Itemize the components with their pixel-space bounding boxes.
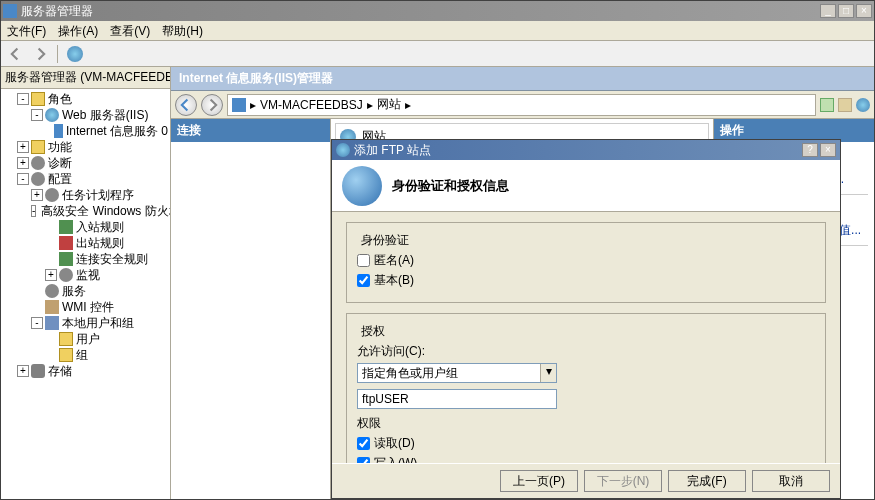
crumb-host[interactable]: VM-MACFEEDBSJ xyxy=(260,98,363,112)
tree-diagnostics[interactable]: +诊断 xyxy=(3,155,168,171)
iis-forward-button[interactable] xyxy=(201,94,223,116)
breadcrumb[interactable]: ▸ VM-MACFEEDBSJ ▸ 网站 ▸ xyxy=(227,94,816,116)
maximize-button[interactable]: □ xyxy=(838,4,854,18)
access-combobox[interactable]: 指定角色或用户组 ▾ xyxy=(357,363,557,383)
app-icon xyxy=(3,4,17,18)
minimize-button[interactable]: _ xyxy=(820,4,836,18)
dialog-help-button[interactable]: ? xyxy=(802,143,818,157)
server-icon xyxy=(232,98,246,112)
menu-action[interactable]: 操作(A) xyxy=(58,23,98,38)
iis-title: Internet 信息服务(IIS)管理器 xyxy=(171,67,874,91)
tree-features[interactable]: +功能 xyxy=(3,139,168,155)
tree-outbound-rules[interactable]: 出站规则 xyxy=(3,235,168,251)
globe-icon xyxy=(342,166,382,206)
perm-label: 权限 xyxy=(357,415,815,432)
tree-header: 服务器管理器 (VM-MACFEEDBSJ) xyxy=(1,67,170,89)
dialog-titlebar: 添加 FTP 站点 ? × xyxy=(332,140,840,160)
tree-services[interactable]: 服务 xyxy=(3,283,168,299)
tree-monitor[interactable]: +监视 xyxy=(3,267,168,283)
dialog-title: 添加 FTP 站点 xyxy=(354,142,800,159)
authz-legend: 授权 xyxy=(357,323,389,340)
access-label: 允许访问(C): xyxy=(357,343,815,360)
tree: -角色 -Web 服务器(IIS) Internet 信息服务 0 +功能 +诊… xyxy=(1,89,170,381)
menu-file[interactable]: 文件(F) xyxy=(7,23,46,38)
iis-body: 连接 网站 添加 FTP 站点 ? × xyxy=(171,119,874,499)
tree-iis[interactable]: Internet 信息服务 0 xyxy=(3,123,168,139)
anonymous-checkbox[interactable] xyxy=(357,254,370,267)
anonymous-label: 匿名(A) xyxy=(374,252,414,269)
basic-label: 基本(B) xyxy=(374,272,414,289)
content-panel: 网站 添加 FTP 站点 ? × 身份验证和授权信息 xyxy=(331,119,714,499)
tree-pane: 服务器管理器 (VM-MACFEEDBSJ) -角色 -Web 服务器(IIS)… xyxy=(1,67,171,499)
iis-toolbtn-1[interactable] xyxy=(820,98,834,112)
server-manager-window: 服务器管理器 _ □ × 文件(F) 操作(A) 查看(V) 帮助(H) 服务器… xyxy=(0,0,875,500)
tree-web-server[interactable]: -Web 服务器(IIS) xyxy=(3,107,168,123)
window-title: 服务器管理器 xyxy=(21,3,818,20)
tree-wmi[interactable]: WMI 控件 xyxy=(3,299,168,315)
body: 服务器管理器 (VM-MACFEEDBSJ) -角色 -Web 服务器(IIS)… xyxy=(1,67,874,499)
toolbar xyxy=(1,41,874,67)
tree-task-scheduler[interactable]: +任务计划程序 xyxy=(3,187,168,203)
next-button: 下一步(N) xyxy=(584,470,662,492)
iis-help-button[interactable] xyxy=(856,98,870,112)
dialog-icon xyxy=(336,143,350,157)
tree-users[interactable]: 用户 xyxy=(3,331,168,347)
tree-firewall[interactable]: -高级安全 Windows 防火墙 xyxy=(3,203,168,219)
tree-local-users[interactable]: -本地用户和组 xyxy=(3,315,168,331)
iis-toolbtn-2[interactable] xyxy=(838,98,852,112)
connections-panel: 连接 xyxy=(171,119,331,499)
chevron-down-icon[interactable]: ▾ xyxy=(540,364,556,382)
dialog-body: 身份验证 匿名(A) 基本(B) xyxy=(332,212,840,463)
read-label: 读取(D) xyxy=(374,435,415,452)
iis-area: Internet 信息服务(IIS)管理器 ▸ VM-MACFEEDBSJ ▸ … xyxy=(171,67,874,499)
write-label: 写入(W) xyxy=(374,455,417,463)
access-combobox-value: 指定角色或用户组 xyxy=(358,365,540,382)
titlebar: 服务器管理器 _ □ × xyxy=(1,1,874,21)
close-button[interactable]: × xyxy=(856,4,872,18)
roles-input[interactable]: ftpUSER xyxy=(357,389,557,409)
tree-roles[interactable]: -角色 xyxy=(3,91,168,107)
forward-button[interactable] xyxy=(29,43,51,65)
auth-legend: 身份验证 xyxy=(357,232,413,249)
menu-view[interactable]: 查看(V) xyxy=(110,23,150,38)
tree-groups[interactable]: 组 xyxy=(3,347,168,363)
auth-group: 身份验证 匿名(A) 基本(B) xyxy=(346,222,826,303)
iis-nav: ▸ VM-MACFEEDBSJ ▸ 网站 ▸ xyxy=(171,91,874,119)
add-ftp-site-dialog: 添加 FTP 站点 ? × 身份验证和授权信息 身份验证 xyxy=(331,139,841,499)
read-checkbox[interactable] xyxy=(357,437,370,450)
tree-storage[interactable]: +存储 xyxy=(3,363,168,379)
authz-group: 授权 允许访问(C): 指定角色或用户组 ▾ ftpUSER 权限 xyxy=(346,313,826,463)
dialog-header: 身份验证和授权信息 xyxy=(332,160,840,212)
basic-checkbox[interactable] xyxy=(357,274,370,287)
connections-header: 连接 xyxy=(171,119,330,142)
dialog-close-button[interactable]: × xyxy=(820,143,836,157)
iis-back-button[interactable] xyxy=(175,94,197,116)
dialog-footer: 上一页(P) 下一步(N) 完成(F) 取消 xyxy=(332,463,840,498)
prev-button[interactable]: 上一页(P) xyxy=(500,470,578,492)
menubar: 文件(F) 操作(A) 查看(V) 帮助(H) xyxy=(1,21,874,41)
dialog-heading: 身份验证和授权信息 xyxy=(392,177,509,195)
back-button[interactable] xyxy=(5,43,27,65)
help-toolbar-button[interactable] xyxy=(64,43,86,65)
crumb-sites[interactable]: 网站 xyxy=(377,96,401,113)
menu-help[interactable]: 帮助(H) xyxy=(162,23,203,38)
tree-conn-sec-rules[interactable]: 连接安全规则 xyxy=(3,251,168,267)
cancel-button[interactable]: 取消 xyxy=(752,470,830,492)
tree-inbound-rules[interactable]: 入站规则 xyxy=(3,219,168,235)
tree-config[interactable]: -配置 xyxy=(3,171,168,187)
finish-button[interactable]: 完成(F) xyxy=(668,470,746,492)
